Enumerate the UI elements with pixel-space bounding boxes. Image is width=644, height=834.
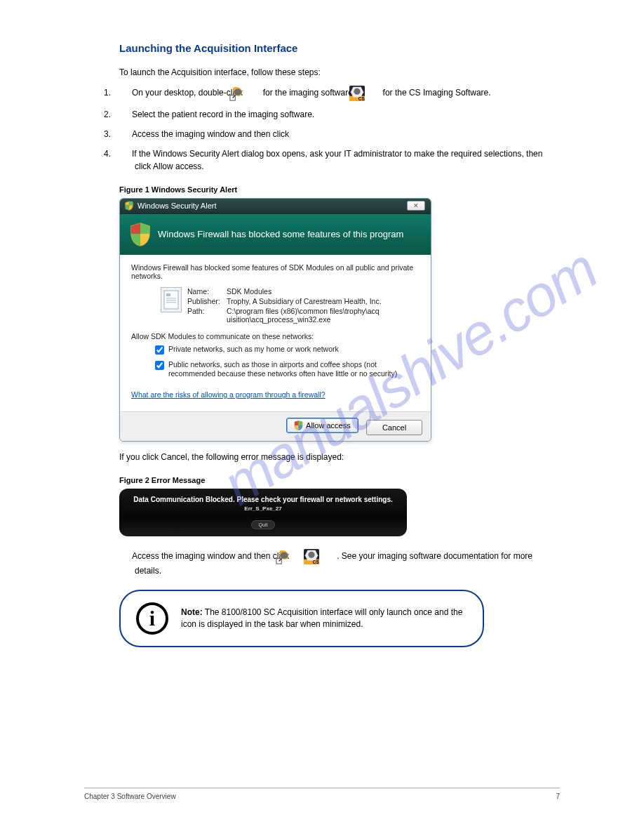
note-label: Note: [181, 607, 203, 617]
svg-rect-10 [166, 298, 176, 299]
svg-text:CS: CS [313, 560, 319, 564]
cs-imaging-icon: CS [319, 549, 335, 564]
dialog-banner: Windows Firewall has blocked some featur… [120, 214, 431, 255]
dialog-description: Windows Firewall has blocked some featur… [131, 263, 420, 280]
app-icon [161, 287, 182, 312]
note-text: Note: The 8100/8100 SC Acquisition inter… [181, 607, 467, 630]
step-2: 2.Select the patient record in the imagi… [119, 108, 560, 121]
allow-label: Allow SDK Modules to communicate on thes… [131, 332, 420, 340]
svg-point-14 [281, 552, 288, 558]
step-text: Select the patient record in the imaging… [132, 110, 314, 119]
figure-1-caption: Figure 1 Windows Security Alert [119, 185, 560, 194]
dialog-button-bar: Allow access Cancel [120, 411, 431, 441]
step-text: for the imaging software or [263, 88, 363, 98]
note-box: i Note: The 8100/8100 SC Acquisition int… [119, 590, 484, 647]
info-icon: i [136, 602, 168, 635]
shield-icon [124, 201, 134, 211]
cs-imaging-icon: CS [365, 86, 380, 101]
step-text: Access the imaging window and then click [132, 551, 289, 561]
risks-link[interactable]: What are the risks of allowing a program… [131, 390, 326, 399]
svg-rect-7 [126, 205, 129, 209]
public-network-label: Public networks, such as those in airpor… [168, 360, 420, 379]
note-body: The 8100/8100 SC Acquisition interface w… [181, 607, 462, 629]
step-text: On your desktop, double-click [132, 88, 243, 98]
page-title: Launching the Acquisition Interface [119, 42, 560, 54]
footer-pagenum: 7 [556, 793, 560, 800]
step-text: If the Windows Security Alert dialog box… [132, 149, 542, 171]
close-button[interactable]: ✕ [407, 201, 425, 211]
step-4: 4.If the Windows Security Alert dialog b… [119, 147, 560, 173]
error-code: Err_S_Pxe_27 [128, 505, 398, 512]
shield-icon [130, 223, 151, 246]
banner-text: Windows Firewall has blocked some featur… [158, 229, 403, 239]
private-network-label: Private networks, such as my home or wor… [168, 345, 339, 355]
shield-icon [294, 421, 303, 430]
svg-point-1 [234, 88, 242, 95]
imaging-software-icon [245, 86, 260, 101]
svg-text:CS: CS [358, 96, 365, 101]
svg-rect-9 [166, 293, 170, 296]
app-info-row: Name:SDK Modules Publisher:Trophy, A Sub… [131, 287, 420, 325]
quit-button[interactable]: Quit [251, 520, 276, 529]
figure-2-caption: Figure 2 Error Message [119, 476, 560, 484]
name-label: Name: [187, 287, 227, 296]
allow-access-label: Allow access [306, 421, 351, 430]
step-number: 2. [119, 108, 132, 121]
cancel-note: If you click Cancel, the following error… [119, 451, 560, 463]
svg-point-17 [308, 552, 314, 558]
path-label: Path: [187, 307, 227, 324]
step-number: 4. [119, 147, 132, 160]
intro-text: To launch the Acquisition interface, fol… [119, 67, 560, 79]
dialog-titlebar: Windows Security Alert ✕ [120, 199, 431, 214]
dialog-title: Windows Security Alert [137, 201, 216, 210]
svg-rect-11 [166, 300, 176, 301]
dialog-body: Windows Firewall has blocked some featur… [120, 255, 431, 411]
publisher-label: Publisher: [187, 297, 227, 305]
step-text: for the CS Imaging Software. [383, 88, 491, 98]
svg-rect-12 [166, 302, 176, 303]
step-number: 1. [119, 86, 132, 99]
error-message-figure: Data Communication Blocked. Please check… [119, 489, 407, 536]
step-3-continued: Access the imaging window and then click… [119, 549, 560, 577]
security-alert-dialog: Windows Security Alert ✕ Windows Firewal… [119, 198, 431, 442]
svg-rect-6 [129, 201, 133, 205]
public-network-checkbox[interactable] [155, 361, 164, 370]
allow-access-button[interactable]: Allow access [286, 418, 358, 433]
svg-point-4 [354, 88, 361, 94]
private-network-checkbox[interactable] [155, 345, 164, 355]
private-network-checkbox-row: Private networks, such as my home or wor… [155, 345, 420, 355]
footer-left: Chapter 3 Software Overview [84, 793, 176, 800]
app-info: Name:SDK Modules Publisher:Trophy, A Sub… [187, 287, 382, 325]
step-number: 3. [119, 128, 132, 140]
cancel-button[interactable]: Cancel [366, 420, 422, 435]
step-3: 3.Access the imaging window and then cli… [119, 128, 560, 140]
page-content: Launching the Acquisition Interface To l… [0, 0, 644, 647]
name-value: SDK Modules [227, 287, 271, 296]
page-footer: Chapter 3 Software Overview 7 [84, 788, 560, 800]
step-text: Access the imaging window and then click [132, 129, 289, 139]
public-network-checkbox-row: Public networks, such as those in airpor… [155, 360, 420, 379]
publisher-value: Trophy, A Subsidiary of Carestream Healt… [227, 297, 382, 305]
path-value: C:\program files (x86)\common files\trop… [227, 307, 381, 324]
error-text: Data Communication Blocked. Please check… [128, 496, 398, 503]
step-1: 1.On your desktop, double-click for the … [119, 86, 560, 101]
